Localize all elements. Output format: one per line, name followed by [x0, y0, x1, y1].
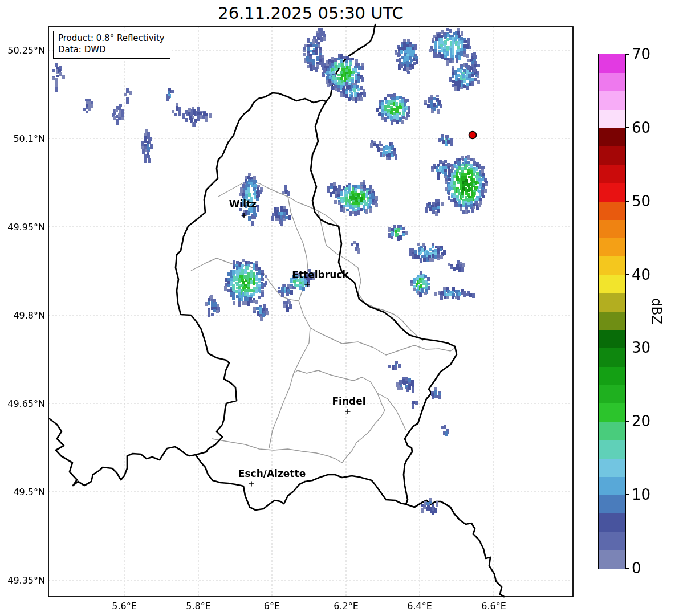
colorbar-segment	[599, 366, 625, 385]
y-axis-tick-label: 50.25°N	[7, 45, 45, 56]
colorbar-segment	[599, 91, 625, 110]
colorbar-segment	[599, 256, 625, 275]
colorbar-segment	[599, 128, 625, 146]
colorbar-tick-label: 0	[632, 560, 641, 577]
y-axis-tick-label: 50.1°N	[13, 133, 45, 144]
colorbar-segment	[599, 293, 625, 312]
colorbar-segment	[599, 550, 625, 569]
colorbar-segment	[599, 165, 625, 183]
colorbar-segment	[599, 330, 625, 349]
colorbar-segment	[599, 422, 625, 440]
map-overlay-svg	[0, 0, 675, 616]
radar-station-dot	[469, 132, 477, 139]
colorbar-segment	[599, 73, 625, 92]
colorbar-segment	[599, 311, 625, 330]
colorbar-segment	[599, 201, 625, 220]
city-label-ettelbruck: Ettelbruck	[292, 269, 348, 280]
y-axis-tick-label: 49.5°N	[13, 487, 45, 497]
colorbar-segment	[599, 183, 625, 202]
y-axis-tick-label: 49.8°N	[13, 310, 45, 321]
colorbar-segment	[599, 54, 625, 73]
colorbar-tick-label: 40	[632, 266, 650, 283]
colorbar-segment	[599, 146, 625, 165]
colorbar-segment	[599, 348, 625, 367]
colorbar-segment	[599, 403, 625, 422]
plot-frame	[48, 27, 573, 597]
city-marker-cross	[242, 213, 247, 218]
dbz-colorbar	[598, 54, 626, 569]
x-axis-tick-label: 6°E	[264, 601, 280, 611]
colorbar-segment	[599, 109, 625, 128]
colorbar-segment	[599, 440, 625, 459]
city-label-esch-alzette: Esch/Alzette	[238, 468, 306, 479]
colorbar-segment	[599, 495, 625, 514]
colorbar-segment	[599, 219, 625, 238]
x-axis-tick-label: 6.2°E	[334, 601, 359, 611]
colorbar-segment	[599, 275, 625, 293]
colorbar-segment	[599, 385, 625, 403]
y-axis-tick-label: 49.95°N	[7, 222, 45, 232]
product-info-box: Product: 0.8° Reflectivity Data: DWD	[53, 31, 170, 59]
colorbar-axis-label: dBZ	[649, 298, 664, 324]
colorbar-tick-label: 10	[632, 486, 650, 503]
product-info-line2: Data: DWD	[58, 44, 165, 56]
colorbar-segment	[599, 476, 625, 495]
city-marker-cross	[345, 409, 351, 414]
weather-radar-figure: 26.11.2025 05:30 UTC Product: 0.8° Refle…	[0, 0, 675, 616]
colorbar-segment	[599, 238, 625, 257]
city-label-findel: Findel	[332, 395, 365, 407]
city-marker-cross	[305, 282, 310, 287]
city-marker-cross	[249, 482, 254, 487]
colorbar-segment	[599, 458, 625, 477]
city-label-wiltz: Wiltz	[229, 198, 257, 210]
colorbar-tick-label: 50	[632, 193, 650, 210]
colorbar-tick-label: 30	[632, 339, 650, 356]
colorbar-tick-label: 60	[632, 119, 650, 136]
colorbar-tick-label: 70	[632, 46, 650, 63]
x-axis-tick-label: 5.6°E	[112, 601, 137, 611]
product-info-line1: Product: 0.8° Reflectivity	[58, 33, 165, 44]
x-axis-tick-label: 6.4°E	[407, 601, 432, 611]
x-axis-tick-label: 6.6°E	[481, 601, 506, 611]
colorbar-segment	[599, 532, 625, 550]
colorbar-tick-label: 20	[632, 413, 650, 430]
colorbar-segment	[599, 513, 625, 532]
y-axis-tick-label: 49.65°N	[7, 398, 45, 409]
x-axis-tick-label: 5.8°E	[186, 601, 211, 611]
y-axis-tick-label: 49.35°N	[7, 575, 45, 586]
